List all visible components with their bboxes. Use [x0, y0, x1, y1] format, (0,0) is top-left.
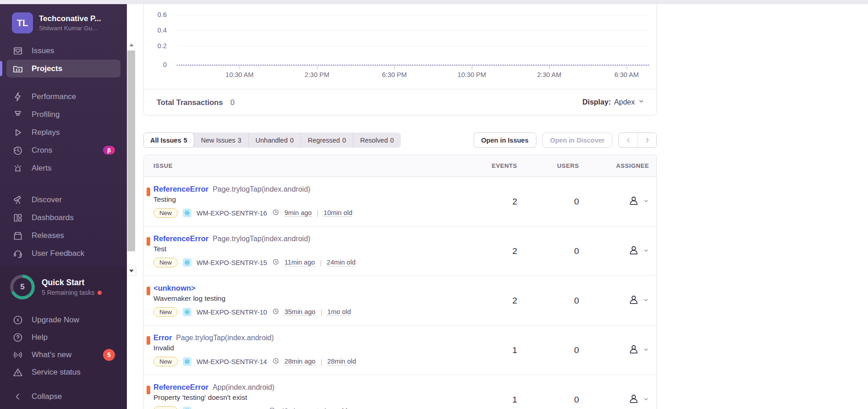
sidebar-item-label: Upgrade Now	[32, 315, 79, 325]
clock-icon	[272, 308, 279, 317]
sidebar-item-dashboards[interactable]: Dashboards	[6, 209, 120, 227]
sidebar-item-whats-new[interactable]: What's new 5	[6, 346, 120, 364]
sidebar-bottom-panel: 5 Quick Start 5 Remaining tasks Upgrade …	[0, 266, 127, 409]
issue-first-seen[interactable]: 24min old	[327, 259, 355, 266]
scrollbar-down-button[interactable]	[127, 266, 136, 275]
org-switcher[interactable]: TL Techconative P... Shilwant Kumar Gu..…	[0, 4, 127, 40]
issue-title-link[interactable]: Error	[153, 333, 172, 342]
tab-regressed[interactable]: Regressed0	[300, 133, 353, 148]
react-platform-icon	[183, 258, 191, 267]
quick-start[interactable]: 5 Quick Start 5 Remaining tasks	[0, 272, 127, 303]
issue-age[interactable]: 9min ago	[284, 209, 312, 217]
sidebar-item-projects[interactable]: Projects	[6, 60, 120, 77]
sidebar-item-releases[interactable]: Releases	[6, 227, 120, 244]
sidebar-item-profiling[interactable]: Profiling	[6, 105, 120, 123]
sidebar-item-alerts[interactable]: Alerts	[6, 159, 120, 177]
issue-title-link[interactable]: ReferenceError	[153, 185, 208, 193]
issue-age[interactable]: 48min ago	[281, 407, 312, 409]
error-level-bar	[147, 287, 150, 295]
sidebar-item-label: Performance	[32, 92, 76, 101]
issue-first-seen[interactable]: 10min old	[323, 209, 352, 217]
issue-first-seen[interactable]: 28min old	[327, 358, 356, 365]
issue-row: ReferenceError App(index.android) Proper…	[144, 375, 656, 409]
status-badge: New	[153, 307, 178, 317]
project-slug: WM-EXPO-SENTRY-14	[197, 358, 267, 365]
display-dropdown[interactable]: Display: Apdex	[582, 98, 644, 106]
issue-title-link[interactable]: ReferenceError	[153, 234, 208, 243]
tab-all-issues[interactable]: All Issues5	[143, 133, 194, 148]
sidebar-item-crons[interactable]: Crons β	[6, 141, 120, 159]
header-events: EVENTS	[455, 162, 524, 169]
issue-message: Testing	[153, 195, 455, 204]
issue-first-seen[interactable]: 1mo old	[323, 407, 347, 409]
sidebar-item-service-status[interactable]: Service status	[6, 364, 120, 381]
chevron-down-icon	[643, 247, 649, 255]
telescope-icon	[12, 194, 24, 206]
sidebar-item-upgrade-now[interactable]: Upgrade Now	[6, 311, 120, 329]
tab-resolved[interactable]: Resolved0	[353, 133, 401, 148]
sidebar-item-label: Service status	[32, 368, 81, 377]
x-axis-tick: 10:30 PM	[447, 71, 497, 78]
assignee-selector[interactable]	[585, 177, 656, 226]
play-icon	[12, 127, 24, 138]
tab-new-issues[interactable]: New Issues3	[194, 133, 248, 148]
open-in-issues-button[interactable]: Open in Issues	[474, 133, 536, 148]
sidebar-item-discover[interactable]: Discover	[6, 191, 120, 209]
sidebar-item-label: Profiling	[32, 110, 60, 119]
clock-icon	[268, 407, 276, 409]
bolt-circle-icon	[12, 314, 24, 326]
sidebar-item-performance[interactable]: Performance	[6, 88, 120, 105]
warning-triangle-icon	[12, 366, 24, 378]
tab-unhandled[interactable]: Unhandled0	[248, 133, 300, 148]
issues-table: ISSUE EVENTS USERS ASSIGNEE ReferenceErr…	[143, 155, 657, 409]
sidebar-collapse-button[interactable]: Collapse	[6, 387, 120, 405]
sidebar-item-replays[interactable]: Replays	[6, 123, 120, 141]
sidebar-item-help[interactable]: Help	[6, 329, 120, 346]
tab-count: 3	[238, 137, 241, 144]
scrollbar-thumb[interactable]	[127, 50, 135, 251]
error-level-bar	[147, 386, 150, 394]
user-icon	[628, 392, 640, 407]
org-user-name: Shilwant Kumar Gu...	[39, 25, 101, 32]
collapse-label: Collapse	[32, 392, 62, 401]
y-axis-tick: 0.2	[144, 42, 167, 50]
pagination	[618, 133, 657, 148]
apdex-series-line	[177, 65, 649, 66]
chevron-down-icon	[643, 346, 649, 354]
react-platform-icon	[183, 209, 191, 217]
events-count: 2	[455, 227, 524, 276]
issue-title-link[interactable]: ReferenceError	[153, 383, 208, 392]
chevron-right-icon	[644, 137, 651, 144]
assignee-selector[interactable]	[585, 375, 656, 409]
next-page-button[interactable]	[638, 133, 656, 147]
react-platform-icon	[183, 407, 191, 409]
window-top-strip	[0, 0, 868, 4]
issue-location: Page.trylogTap(index.android)	[213, 235, 310, 243]
clock-rotate-icon	[12, 144, 24, 156]
header-users: USERS	[524, 162, 585, 169]
sidebar-item-user-feedback[interactable]: User Feedback	[6, 244, 120, 262]
error-level-bar	[147, 237, 150, 246]
prev-page-button[interactable]	[619, 133, 638, 147]
quick-start-title: Quick Start	[42, 278, 102, 287]
assignee-selector[interactable]	[585, 227, 656, 276]
issue-row: <unknown> Wavemaker log testing New WM-E…	[144, 276, 656, 326]
clock-icon	[272, 258, 279, 267]
issue-age[interactable]: 11min ago	[284, 259, 315, 266]
issue-age[interactable]: 28min ago	[284, 358, 316, 365]
quick-start-progress-count: 5	[13, 278, 32, 296]
sidebar-scrollbar[interactable]	[127, 40, 136, 275]
sidebar-item-label: Alerts	[32, 164, 51, 173]
scrollbar-up-button[interactable]	[127, 40, 136, 49]
assignee-selector[interactable]	[585, 276, 656, 325]
open-in-discover-button[interactable]: Open in Discover	[542, 133, 612, 148]
releases-box-icon	[12, 230, 24, 242]
assignee-selector[interactable]	[585, 326, 656, 375]
events-count: 2	[455, 276, 524, 325]
issue-first-seen[interactable]: 1mo old	[327, 308, 351, 316]
triangle-down-icon	[129, 270, 134, 272]
active-indicator	[0, 61, 2, 76]
issue-age[interactable]: 35min ago	[284, 308, 316, 316]
issue-title-link[interactable]: <unknown>	[153, 284, 196, 293]
sidebar-item-issues[interactable]: Issues	[6, 42, 120, 60]
